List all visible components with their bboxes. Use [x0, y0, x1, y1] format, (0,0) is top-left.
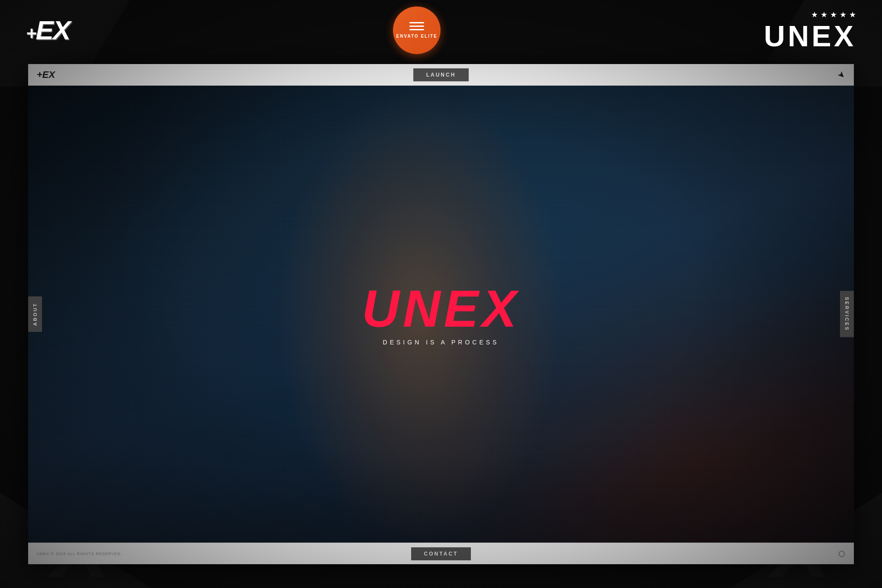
- center-badge[interactable]: ENVATO ELITE: [393, 6, 441, 54]
- hero-area: ABOUT SERVICES UNEX DESIGN IS A PROCESS: [28, 86, 854, 543]
- logo-ex-text: EX: [36, 15, 70, 45]
- hamburger-line-3: [409, 29, 424, 30]
- logo-ex-plus: +: [26, 23, 36, 43]
- hero-subtitle: DESIGN IS A PROCESS: [362, 339, 520, 346]
- services-tab[interactable]: SERVICES: [840, 291, 854, 337]
- send-icon[interactable]: ➤: [835, 68, 848, 81]
- star-4: ★: [840, 10, 847, 19]
- contact-button[interactable]: CONTACT: [411, 547, 471, 560]
- top-bar: +EX ENVATO ELITE ★ ★ ★ ★ ★ UNEX: [0, 0, 882, 61]
- badge-label: ENVATO ELITE: [396, 34, 438, 39]
- star-1: ★: [811, 10, 818, 19]
- logo-left-area: +EX: [26, 17, 70, 44]
- hero-content: UNEX DESIGN IS A PROCESS: [362, 283, 520, 346]
- hamburger-line-2: [409, 26, 424, 27]
- share-icon[interactable]: ⬡: [838, 549, 845, 559]
- copyright-text: UNEX © 2020 ALL RIGHTS RESERVED.: [37, 552, 122, 556]
- inner-logo: +EX: [37, 69, 55, 80]
- about-tab[interactable]: ABOUT: [28, 296, 42, 332]
- inner-bottom-bar: UNEX © 2020 ALL RIGHTS RESERVED. CONTACT…: [28, 543, 854, 564]
- hamburger-line-1: [409, 22, 424, 23]
- launch-button[interactable]: LAUNCH: [413, 68, 469, 81]
- star-2: ★: [821, 10, 827, 19]
- badge-circle[interactable]: ENVATO ELITE: [393, 6, 441, 54]
- hero-title: UNEX: [362, 283, 520, 334]
- inner-navbar: +EX LAUNCH ➤: [28, 64, 854, 86]
- logo-unex-right: UNEX: [764, 21, 856, 51]
- stars-row: ★ ★ ★ ★ ★: [811, 10, 856, 19]
- star-3: ★: [830, 10, 837, 19]
- logo-right-area: ★ ★ ★ ★ ★ UNEX: [764, 10, 856, 51]
- hamburger-icon: [409, 22, 424, 30]
- preview-window: +EX LAUNCH ➤ ABOUT SERVICES UNEX DESIGN …: [28, 64, 854, 564]
- logo-ex-left: +EX: [26, 17, 70, 44]
- star-5: ★: [849, 10, 856, 19]
